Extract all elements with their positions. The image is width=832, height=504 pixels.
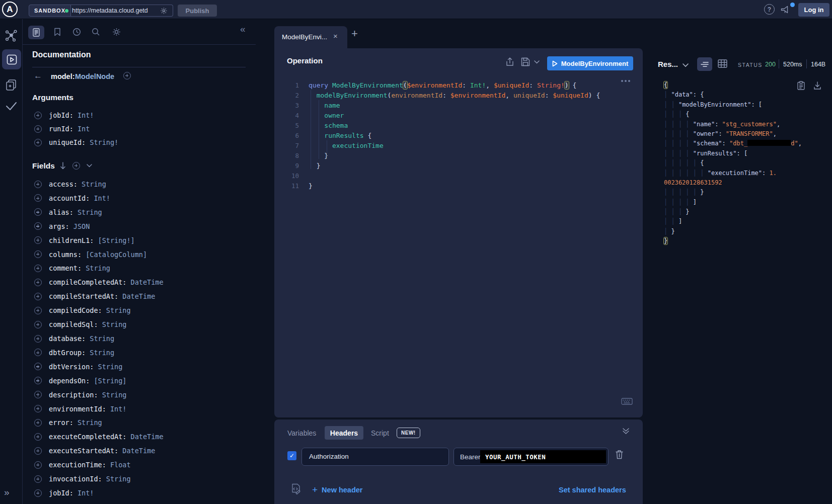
schema-field-row[interactable]: accountId: Int!	[34, 194, 110, 203]
schema-field-row[interactable]: uniqueId: String!	[34, 138, 118, 147]
schema-field-row[interactable]: database: String	[34, 334, 114, 343]
schema-field-row[interactable]: invocationId: String	[34, 474, 131, 483]
add-field-to-query-button[interactable]	[34, 279, 42, 286]
search-icon[interactable]	[92, 28, 100, 36]
schema-field-row[interactable]: dependsOn: [String]	[34, 376, 126, 385]
help-icon[interactable]: ?	[764, 4, 775, 15]
add-field-to-query-button[interactable]	[34, 321, 42, 328]
download-response-icon[interactable]	[813, 81, 821, 90]
sandbox-collections-icon[interactable]	[5, 78, 18, 92]
collapse-panel-chevrons-icon[interactable]: «	[240, 24, 246, 35]
schema-field-row[interactable]: columns: [CatalogColumn]	[34, 250, 147, 259]
schema-field-row[interactable]: comment: String	[34, 264, 110, 273]
checks-icon[interactable]	[5, 101, 18, 112]
add-field-to-query-button[interactable]	[34, 475, 42, 483]
new-tab-button[interactable]: +	[351, 27, 358, 40]
save-options-chevron-icon[interactable]	[534, 60, 540, 64]
save-operation-icon[interactable]	[521, 57, 530, 66]
add-field-to-query-button[interactable]	[34, 293, 42, 300]
add-field-to-query-button[interactable]	[34, 405, 42, 412]
schema-field-row[interactable]: executeCompletedAt: DateTime	[34, 432, 164, 441]
add-field-to-query-button[interactable]	[34, 349, 42, 356]
add-field-to-query-button[interactable]	[123, 72, 131, 79]
add-field-to-query-button[interactable]	[34, 363, 42, 370]
schema-field-row[interactable]: executionTime: Float	[34, 460, 131, 469]
add-field-to-query-button[interactable]	[34, 335, 42, 343]
response-raw-view-toggle[interactable]	[697, 57, 712, 71]
collapse-panel-double-chevron-icon[interactable]	[622, 428, 630, 435]
history-clock-icon[interactable]	[72, 28, 81, 36]
apollo-logo-icon[interactable]: A	[2, 2, 18, 17]
settings-gear-icon[interactable]	[112, 28, 121, 36]
schema-field-row[interactable]: args: JSON	[34, 222, 90, 231]
tab-variables[interactable]: Variables	[287, 429, 316, 437]
schema-field-row[interactable]: dbtGroup: String	[34, 348, 114, 357]
add-field-to-query-button[interactable]	[34, 447, 42, 455]
add-field-to-query-button[interactable]	[34, 265, 42, 272]
docs-tab-button[interactable]	[28, 26, 44, 39]
breadcrumb-type-link[interactable]: ModelNode	[75, 72, 114, 80]
add-field-to-query-button[interactable]	[34, 236, 42, 244]
schema-field-row[interactable]: dbtVersion: String	[34, 362, 122, 371]
endpoint-settings-gear-icon[interactable]	[160, 7, 168, 15]
schema-field-row[interactable]: compileCompletedAt: DateTime	[34, 278, 164, 287]
add-field-to-query-button[interactable]	[34, 222, 42, 230]
add-field-to-query-button[interactable]	[34, 250, 42, 258]
editor-menu-ellipsis-icon[interactable]	[621, 80, 630, 82]
schema-field-row[interactable]: jobId: Int!	[34, 111, 94, 120]
publish-button[interactable]: Publish	[178, 5, 217, 17]
endpoint-url-input[interactable]: https://metadata.cloud.getd	[61, 5, 173, 17]
sort-fields-icon[interactable]	[60, 162, 66, 170]
tab-headers[interactable]: Headers	[325, 426, 363, 440]
schema-field-row[interactable]: executeStartedAt: DateTime	[34, 446, 155, 455]
schema-field-row[interactable]: error: String	[34, 418, 102, 427]
close-tab-icon[interactable]: ×	[333, 32, 338, 40]
login-button[interactable]: Log in	[798, 3, 829, 17]
header-enabled-checkbox[interactable]: ✓	[287, 451, 296, 460]
schema-graph-icon[interactable]	[5, 29, 18, 43]
schema-field-row[interactable]: childrenL1: [String!]	[34, 236, 135, 245]
share-operation-icon[interactable]	[506, 57, 514, 66]
tab-script[interactable]: Script	[371, 429, 389, 437]
delete-header-trash-icon[interactable]	[615, 450, 624, 459]
back-arrow-icon[interactable]: ←	[34, 71, 42, 81]
schema-field-row[interactable]: jobId: Int!	[34, 488, 94, 497]
announcements-megaphone-icon[interactable]	[780, 5, 791, 15]
add-field-to-query-button[interactable]	[34, 489, 42, 497]
schema-field-row[interactable]: access: String	[34, 180, 106, 189]
response-dropdown-chevron-icon[interactable]	[683, 63, 689, 67]
schema-field-row[interactable]: description: String	[34, 390, 126, 399]
add-field-to-query-button[interactable]	[34, 307, 42, 314]
schema-field-row[interactable]: runId: Int	[34, 124, 90, 133]
schema-field-row[interactable]: alias: String	[34, 208, 102, 217]
add-field-to-query-button[interactable]	[34, 377, 42, 384]
schema-field-row[interactable]: compiledSql: String	[34, 320, 126, 329]
add-all-fields-button[interactable]	[72, 162, 80, 170]
add-field-to-query-button[interactable]	[34, 139, 42, 146]
schema-field-row[interactable]: environmentId: Int!	[34, 404, 126, 413]
keyboard-shortcuts-icon[interactable]	[621, 398, 633, 405]
set-shared-headers-link[interactable]: Set shared headers	[559, 486, 626, 494]
response-table-view-toggle[interactable]	[718, 59, 727, 68]
add-field-to-query-button[interactable]	[34, 194, 42, 202]
schema-field-row[interactable]: compileStartedAt: DateTime	[34, 292, 155, 301]
environment-variables-icon[interactable]	[291, 483, 301, 494]
add-field-to-query-button[interactable]	[34, 461, 42, 469]
add-field-to-query-button[interactable]	[34, 125, 42, 133]
add-field-to-query-button[interactable]	[34, 181, 42, 188]
tab-modelbyenvironment[interactable]: ModelByEnvi... ×	[274, 26, 347, 48]
chevron-down-icon[interactable]	[87, 164, 92, 167]
add-field-to-query-button[interactable]	[34, 433, 42, 441]
add-field-to-query-button[interactable]	[34, 112, 42, 119]
add-field-to-query-button[interactable]	[34, 391, 42, 398]
header-value-input[interactable]: Bearer YOUR_AUTH_TOKEN	[453, 448, 609, 466]
new-header-button[interactable]: + New header	[312, 484, 363, 495]
bookmark-icon[interactable]	[54, 28, 61, 36]
expand-rail-chevrons-icon[interactable]: »	[4, 487, 10, 498]
explorer-nav-item[interactable]	[2, 49, 21, 69]
add-field-to-query-button[interactable]	[34, 419, 42, 427]
header-key-input[interactable]: Authorization	[301, 448, 449, 466]
run-operation-button[interactable]: ModelByEnvironment	[547, 56, 633, 70]
schema-field-row[interactable]: compiledCode: String	[34, 306, 131, 315]
graphql-editor[interactable]: 1query ModelByEnvironment($environmentId…	[282, 80, 600, 191]
